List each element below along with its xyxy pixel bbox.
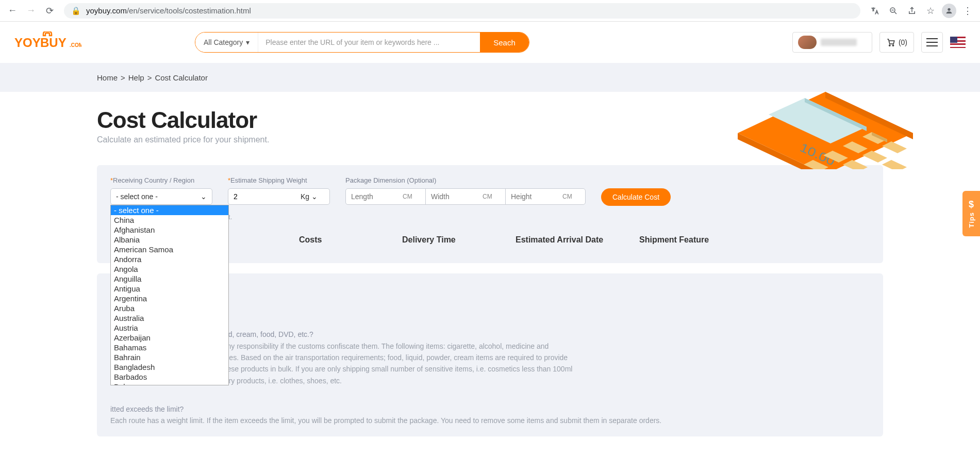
category-dropdown[interactable]: All Category ▾ (195, 33, 258, 52)
search-button[interactable]: Seach (480, 33, 529, 52)
menu-icon[interactable]: ⋮ (959, 3, 976, 19)
search-input[interactable] (258, 33, 480, 52)
search-bar: All Category ▾ Seach (195, 32, 529, 53)
cart-button[interactable]: (0) (879, 32, 914, 53)
dollar-icon: $ (969, 199, 974, 210)
country-option[interactable]: Andorra (111, 254, 228, 264)
country-option[interactable]: Angola (111, 264, 228, 274)
height-input[interactable] (511, 192, 562, 201)
site-header: YOY BUY .COM All Category ▾ Seach (0) (0, 22, 980, 63)
category-label: All Category (204, 38, 243, 46)
logo[interactable]: YOY BUY .COM (14, 31, 195, 53)
svg-point-3 (948, 8, 950, 10)
country-option[interactable]: China (111, 215, 228, 225)
cart-icon (886, 38, 895, 47)
cart-count: (0) (899, 38, 907, 46)
th-delivery-time: Delivery Time (402, 235, 516, 245)
country-dropdown-list[interactable]: - select one -ChinaAfghanistanAlbaniaAme… (110, 205, 229, 385)
caret-down-icon: ▾ (246, 38, 250, 46)
country-option[interactable]: American Samoa (111, 245, 228, 254)
country-option[interactable]: Bangladesh (111, 362, 228, 372)
tips-tab[interactable]: $ Tips (962, 191, 980, 236)
country-option[interactable]: Bahrain (111, 352, 228, 362)
th-feature: Shipment Feature (639, 235, 753, 245)
breadcrumb-sep: > (147, 73, 152, 82)
forward-button[interactable]: → (23, 3, 39, 19)
share-icon[interactable] (904, 3, 920, 19)
country-select[interactable]: - select one - ⌄ (110, 188, 212, 205)
url-text: yoybuy.com/en/service/tools/costestimati… (86, 6, 251, 15)
back-button[interactable]: ← (4, 3, 21, 19)
th-costs: Costs (299, 235, 402, 245)
weight-unit-select[interactable]: Kg⌄ (301, 192, 318, 201)
chevron-down-icon: ⌄ (311, 192, 318, 201)
length-input[interactable] (351, 192, 403, 201)
width-input[interactable] (431, 192, 483, 201)
country-option[interactable]: Afghanistan (111, 225, 228, 235)
address-bar[interactable]: 🔒 yoybuy.com/en/service/tools/costestima… (64, 3, 860, 19)
locale-flag[interactable] (950, 37, 966, 48)
user-menu[interactable] (792, 32, 872, 53)
svg-marker-19 (882, 160, 907, 169)
main-menu-button[interactable] (921, 32, 943, 53)
country-option[interactable]: Austria (111, 323, 228, 333)
username (821, 39, 857, 46)
svg-point-8 (892, 45, 893, 46)
lock-icon: 🔒 (71, 6, 81, 15)
translate-icon[interactable] (867, 3, 883, 19)
country-option[interactable]: Argentina (111, 294, 228, 303)
weight-field: Kg⌄ (228, 188, 330, 205)
country-label: *Receiving Country / Region (110, 176, 212, 184)
country-option[interactable]: Antigua (111, 284, 228, 294)
width-unit: CM (483, 193, 492, 200)
country-option[interactable]: Albania (111, 235, 228, 245)
country-value: - select one - (116, 192, 158, 201)
svg-text:YOY: YOY (14, 36, 41, 50)
zoom-icon[interactable] (885, 3, 902, 19)
dimension-label: Package Dimension (Optional) (345, 176, 586, 184)
country-option[interactable]: Bahamas (111, 343, 228, 352)
svg-text:BUY: BUY (40, 36, 67, 50)
svg-point-7 (889, 45, 890, 46)
chevron-down-icon: ⌄ (201, 192, 207, 201)
breadcrumb-sep: > (121, 73, 125, 82)
reload-button[interactable]: ⟳ (41, 3, 58, 19)
hamburger-icon (926, 38, 938, 46)
calculate-button[interactable]: Calculate Cost (601, 188, 671, 206)
weight-input[interactable] (234, 192, 301, 201)
country-option[interactable]: Barbados (111, 372, 228, 382)
breadcrumb-home[interactable]: Home (97, 73, 118, 82)
profile-button[interactable] (941, 3, 957, 19)
tips-label: Tips (968, 212, 975, 228)
breadcrumb-help[interactable]: Help (128, 73, 144, 82)
th-arrival-date: Estimated Arrival Date (516, 235, 639, 245)
country-option[interactable]: - select one - (111, 205, 228, 215)
height-unit: CM (562, 193, 572, 200)
weight-label: *Estimate Shipping Weight (228, 176, 330, 184)
browser-toolbar: ← → ⟳ 🔒 yoybuy.com/en/service/tools/cost… (0, 0, 980, 22)
calculator-form: *Receiving Country / Region - select one… (97, 165, 883, 263)
bookmark-icon[interactable]: ☆ (922, 3, 939, 19)
country-option[interactable]: Belarus (111, 382, 228, 385)
country-option[interactable]: Australia (111, 313, 228, 323)
country-option[interactable]: Anguilla (111, 274, 228, 284)
country-option[interactable]: Azerbaijan (111, 333, 228, 343)
faq-q3: itted exceeds the limit? (110, 403, 870, 415)
svg-text:.COM: .COM (70, 42, 81, 48)
length-unit: CM (403, 193, 412, 200)
breadcrumb-current: Cost Calculator (155, 73, 208, 82)
avatar (798, 36, 817, 49)
svg-line-1 (894, 12, 896, 14)
calculator-illustration: 10.00 (727, 87, 923, 171)
country-option[interactable]: Aruba (111, 303, 228, 313)
faq-a3: Each route has a weight limit. If the it… (110, 415, 870, 426)
